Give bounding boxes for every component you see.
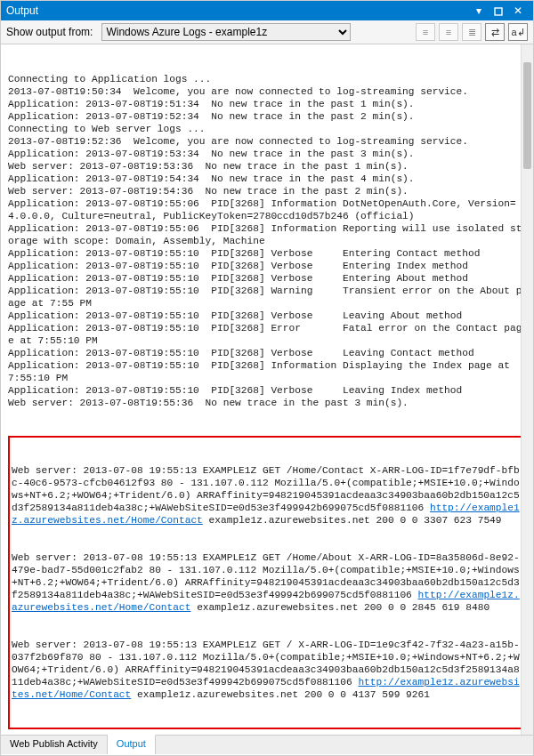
log-entry: Application: 2013-07-08T19:55:06 PID[326… bbox=[8, 222, 528, 247]
log-entry: Connecting to Web server logs ... bbox=[8, 123, 528, 135]
log-entry: Application: 2013-07-08T19:55:10 PID[326… bbox=[8, 347, 528, 359]
output-source-select[interactable]: Windows Azure Logs - example1z bbox=[101, 23, 351, 41]
indent-left-icon[interactable]: ≡ bbox=[416, 23, 435, 41]
log-output[interactable]: Connecting to Application logs ...2013-0… bbox=[1, 44, 533, 735]
log-entry: Application: 2013-07-08T19:51:34 No new … bbox=[8, 98, 528, 110]
log-entry: Application: 2013-07-08T19:55:10 PID[326… bbox=[8, 322, 528, 347]
log-entry: Application: 2013-07-08T19:55:10 PID[326… bbox=[8, 359, 528, 384]
log-entry: 2013-07-08T19:50:34 Welcome, you are now… bbox=[8, 85, 528, 98]
log-entry: Web server: 2013-07-08 19:55:13 EXAMPLE1… bbox=[12, 639, 524, 701]
tab-web-publish-activity[interactable]: Web Publish Activity bbox=[1, 736, 108, 754]
log-entry: Application: 2013-07-08T19:55:10 PID[326… bbox=[8, 310, 528, 322]
log-entry: Application: 2013-07-08T19:52:34 No new … bbox=[8, 110, 528, 123]
svg-rect-0 bbox=[495, 8, 502, 15]
log-entry: Web server: 2013-07-08T19:53:36 No new t… bbox=[8, 160, 528, 173]
log-entry: Web server: 2013-07-08 19:55:13 EXAMPLE1… bbox=[12, 551, 524, 614]
vertical-scrollbar[interactable] bbox=[521, 44, 533, 735]
log-entry: Web server: 2013-07-08T19:55:36 No new t… bbox=[8, 397, 528, 409]
output-source-label: Show output from: bbox=[6, 26, 93, 38]
log-entry: Application: 2013-07-08T19:55:10 PID[326… bbox=[8, 247, 528, 260]
clear-icon[interactable]: ≣ bbox=[462, 23, 481, 41]
dropdown-icon[interactable]: ▾ bbox=[469, 4, 489, 17]
title-bar: Output ▾ ✕ bbox=[1, 1, 533, 20]
scrollbar-thumb[interactable] bbox=[523, 62, 531, 169]
tab-output[interactable]: Output bbox=[108, 735, 156, 754]
toolbar: Show output from: Windows Azure Logs - e… bbox=[1, 20, 533, 44]
find-icon[interactable]: ⇄ bbox=[485, 23, 505, 41]
word-wrap-icon[interactable]: a↲ bbox=[508, 23, 528, 41]
log-entry: Application: 2013-07-08T19:55:06 PID[326… bbox=[8, 197, 528, 222]
log-entry: Application: 2013-07-08T19:55:10 PID[326… bbox=[8, 260, 528, 272]
window-title: Output bbox=[6, 4, 469, 17]
log-entry: Application: 2013-07-08T19:54:34 No new … bbox=[8, 173, 528, 185]
log-entry: Connecting to Application logs ... bbox=[8, 73, 528, 85]
maximize-icon[interactable] bbox=[489, 4, 508, 17]
log-entry: Application: 2013-07-08T19:55:10 PID[326… bbox=[8, 272, 528, 285]
log-entry: Application: 2013-07-08T19:53:34 No new … bbox=[8, 148, 528, 160]
log-entry: 2013-07-08T19:52:36 Welcome, you are now… bbox=[8, 135, 528, 148]
log-entry: Application: 2013-07-08T19:55:10 PID[326… bbox=[8, 384, 528, 397]
log-entry: Web server: 2013-07-08 19:55:13 EXAMPLE1… bbox=[12, 464, 524, 527]
log-entry: Web server: 2013-07-08T19:54:36 No new t… bbox=[8, 185, 528, 197]
close-icon[interactable]: ✕ bbox=[508, 4, 528, 17]
highlighted-log-entries: Web server: 2013-07-08 19:55:13 EXAMPLE1… bbox=[8, 436, 528, 729]
indent-right-icon[interactable]: ≡ bbox=[439, 23, 458, 41]
log-entry: Application: 2013-07-08T19:55:10 PID[326… bbox=[8, 285, 528, 310]
bottom-tab-bar: Web Publish Activity Output bbox=[1, 735, 533, 754]
